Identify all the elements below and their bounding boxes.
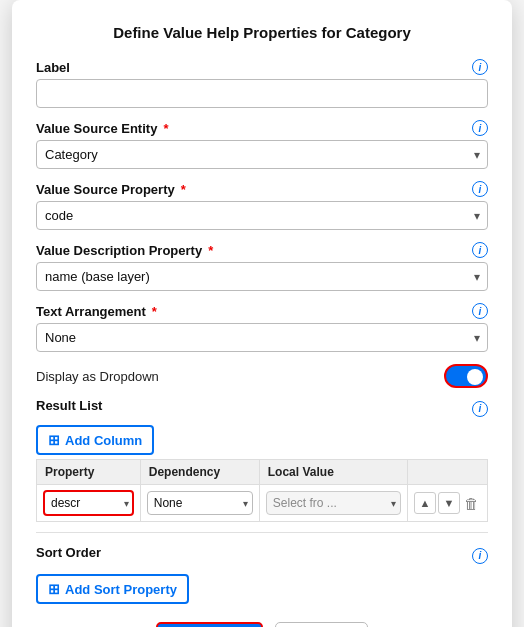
move-up-button[interactable]: ▲ xyxy=(414,492,436,514)
sort-order-section: Sort Order i ⊞ Add Sort Property xyxy=(36,545,488,604)
value-source-property-select-wrapper: code ▾ xyxy=(36,201,488,230)
value-description-property-text: Value Description Property xyxy=(36,243,202,258)
col-header-actions xyxy=(408,460,488,485)
sort-order-info-icon[interactable]: i xyxy=(472,548,488,564)
value-description-property-label: Value Description Property * i xyxy=(36,242,488,258)
value-source-entity-label: Value Source Entity * i xyxy=(36,120,488,136)
required-star-4: * xyxy=(152,304,157,319)
dialog-title: Define Value Help Properties for Categor… xyxy=(36,24,488,41)
add-sort-label: Add Sort Property xyxy=(65,582,177,597)
divider xyxy=(36,532,488,533)
result-list-table: Property Dependency Local Value descr ▾ xyxy=(36,459,488,522)
footer-buttons: Apply Cancel xyxy=(36,622,488,627)
label-field-label: Label i xyxy=(36,59,488,75)
result-list-section: Result List i ⊞ Add Column Property Depe… xyxy=(36,398,488,522)
display-as-dropdown-label: Display as Dropdown xyxy=(36,369,159,384)
text-arrangement-label: Text Arrangement * i xyxy=(36,303,488,319)
add-sort-plus-icon: ⊞ xyxy=(48,581,60,597)
value-source-entity-info-icon[interactable]: i xyxy=(472,120,488,136)
col-header-local-value: Local Value xyxy=(259,460,407,485)
value-description-property-select[interactable]: name (base layer) xyxy=(36,262,488,291)
add-column-button[interactable]: ⊞ Add Column xyxy=(36,425,154,455)
add-sort-property-button[interactable]: ⊞ Add Sort Property xyxy=(36,574,189,604)
apply-button[interactable]: Apply xyxy=(156,622,263,627)
display-as-dropdown-toggle[interactable] xyxy=(444,364,488,388)
cancel-button[interactable]: Cancel xyxy=(275,622,369,627)
label-info-icon[interactable]: i xyxy=(472,59,488,75)
result-list-label: Result List xyxy=(36,398,102,413)
dependency-select-wrapper: None ▾ xyxy=(147,491,253,515)
value-source-property-label: Value Source Property * i xyxy=(36,181,488,197)
value-description-property-select-wrapper: name (base layer) ▾ xyxy=(36,262,488,291)
toggle-thumb xyxy=(467,369,483,385)
property-select[interactable]: descr xyxy=(43,490,134,516)
value-source-entity-text: Value Source Entity xyxy=(36,121,157,136)
value-source-property-text: Value Source Property xyxy=(36,182,175,197)
text-arrangement-text: Text Arrangement xyxy=(36,304,146,319)
value-source-property-info-icon[interactable]: i xyxy=(472,181,488,197)
value-source-property-select[interactable]: code xyxy=(36,201,488,230)
result-list-info-icon[interactable]: i xyxy=(472,401,488,417)
text-arrangement-row: Text Arrangement * i None ▾ xyxy=(36,303,488,352)
local-value-cell: Select fro ... ▾ xyxy=(259,485,407,522)
value-description-property-row: Value Description Property * i name (bas… xyxy=(36,242,488,291)
local-value-select-wrapper: Select fro ... ▾ xyxy=(266,491,401,515)
display-as-dropdown-row: Display as Dropdown xyxy=(36,364,488,388)
col-header-property: Property xyxy=(37,460,141,485)
text-arrangement-select[interactable]: None xyxy=(36,323,488,352)
add-column-plus-icon: ⊞ xyxy=(48,432,60,448)
local-value-select[interactable]: Select fro ... xyxy=(266,491,401,515)
label-field-row: Label i xyxy=(36,59,488,108)
move-down-button[interactable]: ▼ xyxy=(438,492,460,514)
sort-order-label: Sort Order xyxy=(36,545,101,560)
table-row: descr ▾ None ▾ xyxy=(37,485,488,522)
text-arrangement-select-wrapper: None ▾ xyxy=(36,323,488,352)
row-actions-cell: ▲ ▼ 🗑 xyxy=(408,485,488,522)
value-source-entity-select-wrapper: Category ▾ xyxy=(36,140,488,169)
add-column-label: Add Column xyxy=(65,433,142,448)
required-star-3: * xyxy=(208,243,213,258)
value-description-property-info-icon[interactable]: i xyxy=(472,242,488,258)
value-source-property-row: Value Source Property * i code ▾ xyxy=(36,181,488,230)
value-source-entity-select[interactable]: Category xyxy=(36,140,488,169)
toggle-track xyxy=(444,364,488,388)
dependency-cell: None ▾ xyxy=(140,485,259,522)
required-star-2: * xyxy=(181,182,186,197)
label-text: Label xyxy=(36,60,70,75)
value-source-entity-row: Value Source Entity * i Category ▾ xyxy=(36,120,488,169)
required-star-1: * xyxy=(163,121,168,136)
dialog: Define Value Help Properties for Categor… xyxy=(12,0,512,627)
col-header-dependency: Dependency xyxy=(140,460,259,485)
label-input[interactable] xyxy=(36,79,488,108)
property-select-wrapper: descr ▾ xyxy=(43,490,134,516)
text-arrangement-info-icon[interactable]: i xyxy=(472,303,488,319)
property-cell: descr ▾ xyxy=(37,485,141,522)
delete-row-button[interactable]: 🗑 xyxy=(462,495,481,512)
row-actions: ▲ ▼ 🗑 xyxy=(414,492,481,514)
dependency-select[interactable]: None xyxy=(147,491,253,515)
